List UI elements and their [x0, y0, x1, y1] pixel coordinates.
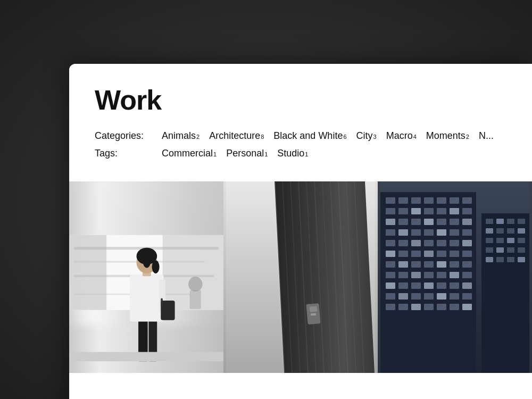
svg-rect-134: [486, 257, 493, 262]
svg-rect-54: [386, 219, 395, 225]
svg-rect-40: [386, 197, 395, 204]
svg-rect-120: [507, 219, 514, 224]
svg-rect-66: [450, 229, 459, 236]
svg-rect-72: [437, 240, 446, 246]
category-city[interactable]: City3: [356, 130, 384, 142]
svg-rect-42: [411, 197, 421, 204]
category-architecture[interactable]: Architecture8: [209, 130, 271, 142]
category-more[interactable]: N...: [479, 130, 494, 142]
svg-rect-81: [462, 251, 472, 257]
svg-rect-78: [424, 251, 434, 257]
svg-rect-83: [398, 261, 408, 268]
category-macro[interactable]: Macro4: [386, 130, 424, 142]
svg-rect-75: [386, 251, 395, 257]
category-black-and-white[interactable]: Black and White6: [273, 130, 354, 142]
svg-rect-99: [424, 282, 434, 289]
svg-rect-76: [398, 251, 408, 257]
svg-rect-84: [411, 261, 421, 268]
svg-rect-106: [424, 293, 434, 300]
svg-rect-71: [424, 240, 434, 246]
svg-rect-110: [386, 304, 395, 310]
svg-rect-52: [450, 208, 459, 214]
svg-rect-92: [424, 272, 434, 278]
svg-rect-86: [437, 261, 446, 268]
svg-rect-107: [437, 293, 446, 300]
svg-rect-115: [450, 304, 459, 310]
svg-rect-85: [424, 261, 434, 268]
svg-rect-60: [462, 219, 472, 225]
svg-rect-69: [398, 240, 408, 246]
categories-row: Categories: Animals2 Architecture8 Black…: [95, 130, 506, 142]
svg-rect-21: [69, 352, 223, 362]
categories-list: Animals2 Architecture8 Black and White6 …: [162, 130, 494, 142]
svg-rect-58: [437, 219, 446, 225]
svg-rect-70: [411, 240, 421, 246]
svg-rect-91: [411, 272, 421, 278]
svg-rect-45: [450, 197, 459, 204]
svg-rect-100: [437, 282, 446, 289]
svg-rect-46: [462, 197, 472, 204]
svg-rect-47: [386, 208, 395, 214]
svg-rect-50: [424, 208, 434, 214]
svg-rect-127: [496, 238, 504, 243]
svg-rect-135: [496, 257, 504, 262]
svg-rect-118: [486, 219, 493, 224]
svg-rect-103: [386, 293, 395, 300]
svg-rect-59: [450, 219, 459, 225]
svg-rect-68: [386, 240, 395, 246]
gallery-image-subway[interactable]: [69, 181, 223, 373]
svg-rect-111: [398, 304, 408, 310]
svg-rect-65: [437, 229, 446, 236]
svg-rect-48: [398, 208, 408, 214]
gallery-image-architecture[interactable]: [223, 181, 378, 373]
svg-rect-123: [496, 228, 504, 234]
svg-rect-82: [386, 261, 395, 268]
svg-rect-116: [462, 304, 472, 310]
svg-rect-108: [450, 293, 459, 300]
page-title: Work: [95, 85, 506, 115]
svg-rect-119: [496, 219, 504, 224]
svg-rect-55: [398, 219, 408, 225]
gallery-section: [69, 181, 532, 373]
tag-personal[interactable]: Personal1: [226, 148, 275, 159]
svg-rect-130: [486, 247, 493, 253]
tags-label: Tags:: [95, 148, 153, 159]
svg-rect-126: [486, 238, 493, 243]
svg-rect-137: [518, 257, 525, 262]
svg-rect-98: [411, 282, 421, 289]
svg-rect-67: [462, 229, 472, 236]
svg-rect-122: [486, 228, 493, 234]
category-moments[interactable]: Moments2: [426, 130, 477, 142]
svg-rect-62: [398, 229, 408, 236]
svg-rect-109: [462, 293, 472, 300]
svg-rect-56: [411, 219, 421, 225]
svg-rect-89: [386, 272, 395, 278]
svg-rect-74: [462, 240, 472, 246]
svg-rect-104: [398, 293, 408, 300]
tag-commercial[interactable]: Commercial1: [162, 148, 224, 159]
svg-rect-97: [398, 282, 408, 289]
svg-rect-41: [398, 197, 408, 204]
svg-rect-124: [507, 228, 514, 234]
svg-rect-113: [424, 304, 434, 310]
gallery-image-city[interactable]: [378, 181, 532, 373]
svg-rect-35: [310, 306, 318, 312]
svg-rect-94: [450, 272, 459, 278]
category-animals[interactable]: Animals2: [162, 130, 207, 142]
tag-studio[interactable]: Studio1: [277, 148, 315, 159]
svg-rect-15: [161, 298, 163, 308]
svg-rect-102: [462, 282, 472, 289]
svg-rect-125: [518, 228, 525, 234]
svg-rect-1: [69, 235, 106, 310]
svg-rect-128: [507, 238, 514, 243]
svg-rect-80: [450, 251, 459, 257]
svg-rect-51: [437, 208, 446, 214]
svg-rect-49: [411, 208, 421, 214]
svg-rect-79: [437, 251, 446, 257]
header-section: Work Categories: Animals2 Architecture8 …: [69, 64, 532, 181]
svg-rect-73: [450, 240, 459, 246]
svg-rect-87: [450, 261, 459, 268]
svg-rect-90: [398, 272, 408, 278]
svg-marker-23: [274, 181, 375, 373]
categories-label: Categories:: [95, 130, 153, 142]
